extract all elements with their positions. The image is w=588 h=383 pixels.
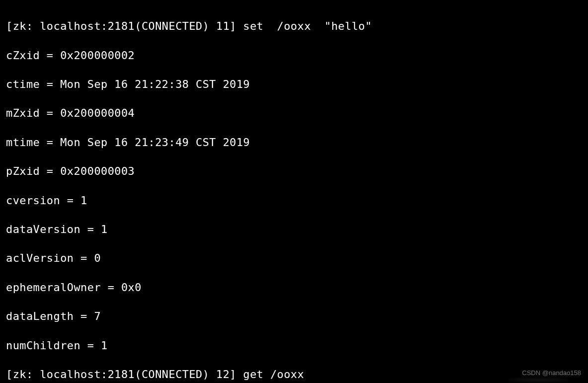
- stat-ctime: ctime = Mon Sep 16 21:22:38 CST 2019: [6, 77, 588, 91]
- command-set-line: [zk: localhost:2181(CONNECTED) 11] set /…: [6, 19, 588, 33]
- stat-aclversion: aclVersion = 0: [6, 251, 588, 265]
- stat-cversion: cversion = 1: [6, 193, 588, 208]
- stat-pzxid: pZxid = 0x200000003: [6, 164, 588, 178]
- terminal-output[interactable]: [zk: localhost:2181(CONNECTED) 11] set /…: [0, 0, 588, 383]
- stat-datalength: dataLength = 7: [6, 309, 588, 323]
- stat-mtime: mtime = Mon Sep 16 21:23:49 CST 2019: [6, 135, 588, 150]
- command-get-line: [zk: localhost:2181(CONNECTED) 12] get /…: [6, 367, 588, 382]
- watermark-text: CSDN @nandao158: [522, 366, 581, 380]
- stat-ephemeralowner: ephemeralOwner = 0x0: [6, 280, 588, 295]
- stat-czxid: cZxid = 0x200000002: [6, 48, 588, 63]
- stat-dataversion: dataVersion = 1: [6, 222, 588, 236]
- stat-mzxid: mZxid = 0x200000004: [6, 106, 588, 120]
- stat-numchildren: numChildren = 1: [6, 338, 588, 353]
